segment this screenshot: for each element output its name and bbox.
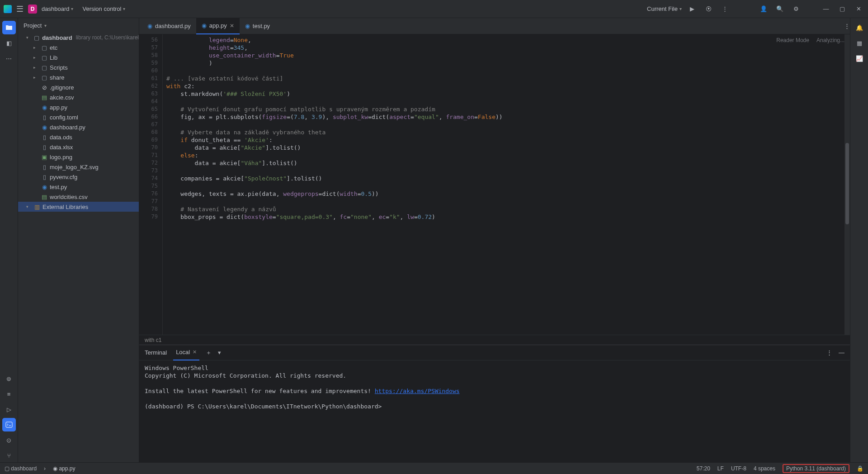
cursor-position[interactable]: 57:20 — [697, 465, 710, 472]
python-icon: ◉ — [41, 184, 48, 190]
tree-file[interactable]: ⊘.gitignore — [18, 82, 139, 92]
tree-root[interactable]: ▾ ▢ dashboard library root, C:\Users\kar… — [18, 33, 139, 43]
expand-arrow-icon[interactable]: ▸ — [33, 45, 39, 50]
expand-arrow-icon[interactable]: ▸ — [33, 55, 39, 60]
ide-logo-icon — [4, 5, 12, 13]
editor-tab[interactable]: ◉test.py — [240, 18, 275, 34]
problems-tool-button[interactable]: ⊙ — [2, 433, 16, 447]
tree-folder[interactable]: ▸▢Lib — [18, 52, 139, 62]
close-window-icon[interactable]: ✕ — [853, 3, 864, 15]
python-console-button[interactable]: ⊚ — [2, 372, 16, 385]
breadcrumb-project[interactable]: ▢ dashboard — [5, 465, 37, 472]
python-icon: ◉ — [147, 23, 152, 29]
close-tab-icon[interactable]: ✕ — [230, 23, 234, 29]
close-tab-icon[interactable]: ✕ — [193, 349, 197, 355]
more-run-icon[interactable]: ⋮ — [719, 3, 731, 15]
breadcrumb-file[interactable]: ◉ app.py — [53, 465, 75, 472]
tree-folder[interactable]: ▸▢etc — [18, 43, 139, 52]
lock-icon[interactable]: 🔒 — [857, 465, 863, 472]
tab-options-icon[interactable]: ⋮ — [844, 23, 850, 29]
vcs-tool-button[interactable]: ⑂ — [2, 449, 16, 462]
tree-external-libraries[interactable]: ▾▥External Libraries — [18, 202, 139, 212]
tree-file[interactable]: ▤worldcities.csv — [18, 192, 139, 202]
tree-file[interactable]: ▣logo.png — [18, 152, 139, 162]
vcs-label: Version control — [82, 5, 121, 12]
tree-file[interactable]: ▯data.ods — [18, 132, 139, 142]
project-badge[interactable]: D — [28, 5, 37, 14]
structure-tool-button[interactable]: ◧ — [2, 36, 16, 50]
search-icon[interactable]: 🔍 — [774, 3, 786, 15]
folder-icon: ▢ — [41, 54, 48, 61]
editor-tabs: ◉dashboard.py ◉app.py✕ ◉test.py ⋮ — [139, 18, 850, 34]
minimize-window-icon[interactable]: — — [820, 3, 832, 15]
python-interpreter[interactable]: Python 3.11 (dashboard) — [783, 464, 849, 473]
packages-tool-button[interactable]: ≡ — [2, 387, 16, 401]
terminal-header: Terminal Local ✕ ＋ ▾ ⋮ — — [139, 345, 850, 360]
project-panel-header[interactable]: Project ▾ — [18, 18, 139, 33]
minimize-panel-icon[interactable]: — — [839, 349, 844, 356]
left-tool-rail: ◧ ⋯ ⊚ ≡ ▷ ⊙ ⑂ — [0, 18, 18, 462]
tree-file[interactable]: ▯moje_logo_KZ.svg — [18, 162, 139, 172]
tree-file[interactable]: ▤akcie.csv — [18, 92, 139, 102]
reader-mode-badge[interactable]: Reader Mode — [776, 37, 809, 43]
editor-tab[interactable]: ◉app.py✕ — [196, 18, 240, 34]
tree-file[interactable]: ◉app.py — [18, 102, 139, 112]
services-tool-button[interactable]: ▷ — [2, 403, 16, 416]
chevron-down-icon: ▾ — [44, 23, 47, 28]
terminal-output[interactable]: Windows PowerShell Copyright (C) Microso… — [139, 360, 850, 462]
expand-arrow-icon[interactable]: ▾ — [26, 204, 32, 209]
sciview-tool-button[interactable]: 📈 — [853, 52, 866, 65]
run-config-label: Current File — [647, 5, 678, 12]
project-tree: ▾ ▢ dashboard library root, C:\Users\kar… — [18, 33, 139, 462]
project-tool-button[interactable] — [2, 21, 16, 34]
terminal-tab[interactable]: Local ✕ — [173, 345, 199, 360]
terminal-tool-button[interactable] — [2, 418, 16, 431]
tree-file[interactable]: ◉dashboard.py — [18, 122, 139, 132]
csv-icon: ▤ — [41, 94, 48, 101]
debug-button[interactable]: ⦿ — [703, 3, 714, 15]
svg-rect-0 — [6, 422, 12, 427]
tree-file[interactable]: ▯pyvenv.cfg — [18, 172, 139, 182]
line-separator[interactable]: LF — [717, 465, 724, 472]
expand-arrow-icon[interactable]: ▾ — [26, 35, 32, 40]
more-tools-icon[interactable]: ⋯ — [2, 52, 16, 65]
statusbar: ▢ dashboard › ◉ app.py 57:20 LF UTF-8 4 … — [0, 462, 868, 474]
folder-icon: ▢ — [41, 74, 48, 81]
editor-scrollbar[interactable] — [844, 34, 850, 335]
terminal-panel: Terminal Local ✕ ＋ ▾ ⋮ — Windows PowerSh… — [139, 345, 850, 462]
folder-icon: ▢ — [33, 34, 41, 41]
gitignore-icon: ⊘ — [41, 84, 48, 91]
chevron-down-icon: ▾ — [71, 6, 73, 11]
database-tool-button[interactable]: ▦ — [853, 36, 866, 50]
root-name: dashboard — [42, 34, 72, 41]
notifications-icon[interactable]: 🔔 — [853, 21, 866, 34]
python-icon: ◉ — [41, 124, 48, 131]
expand-arrow-icon[interactable]: ▸ — [33, 75, 39, 80]
chevron-down-icon: ▾ — [679, 6, 682, 11]
terminal-dropdown-icon[interactable]: ▾ — [218, 349, 221, 356]
code-content[interactable]: legend=None, height=345, use_container_w… — [163, 34, 850, 335]
project-dropdown[interactable]: dashboard ▾ — [42, 5, 73, 12]
maximize-window-icon[interactable]: ▢ — [836, 3, 848, 15]
run-config-dropdown[interactable]: Current File ▾ — [647, 5, 682, 12]
editor-tab[interactable]: ◉dashboard.py — [142, 18, 196, 34]
run-button[interactable]: ▶ — [686, 3, 698, 15]
tree-file[interactable]: ▯config.toml — [18, 112, 139, 122]
file-encoding[interactable]: UTF-8 — [731, 465, 746, 472]
new-terminal-icon[interactable]: ＋ — [206, 349, 212, 357]
vcs-dropdown[interactable]: Version control ▾ — [82, 5, 125, 12]
file-icon: ▯ — [41, 174, 48, 180]
tree-folder[interactable]: ▸▢share — [18, 72, 139, 82]
indent-setting[interactable]: 4 spaces — [754, 465, 775, 472]
tree-folder[interactable]: ▸▢Scripts — [18, 62, 139, 72]
tree-file[interactable]: ▯data.xlsx — [18, 142, 139, 152]
code-with-me-icon[interactable]: 👤 — [758, 3, 769, 15]
tree-file[interactable]: ◉test.py — [18, 182, 139, 192]
editor-body[interactable]: 5657585960616263646566676869707172737475… — [139, 34, 850, 335]
settings-icon[interactable]: ⚙ — [790, 3, 802, 15]
main-menu-icon[interactable]: ☰ — [16, 4, 24, 14]
file-icon: ▯ — [41, 134, 48, 141]
terminal-options-icon[interactable]: ⋮ — [826, 349, 832, 356]
expand-arrow-icon[interactable]: ▸ — [33, 65, 39, 70]
chevron-down-icon: ▾ — [123, 6, 125, 11]
